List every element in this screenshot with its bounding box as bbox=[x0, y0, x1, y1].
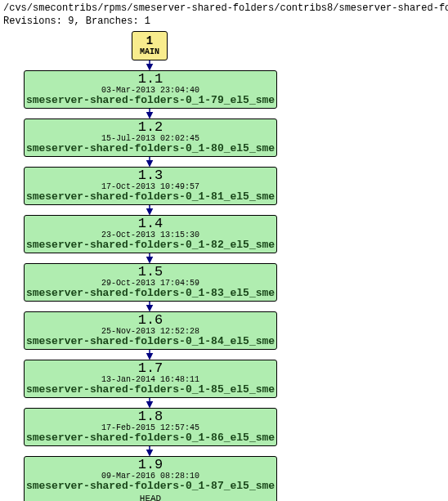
revision-node[interactable]: 1.7 13-Jan-2014 16:48:11 smeserver-share… bbox=[24, 360, 277, 398]
revision-tag: smeserver-shared-folders-0_1-85_el5_sme bbox=[26, 384, 275, 396]
revision-number: 1.7 bbox=[138, 361, 164, 375]
revision-number: 1.9 bbox=[138, 458, 164, 472]
revision-number: 1.1 bbox=[138, 72, 164, 86]
branch-root[interactable]: 1 MAIN bbox=[132, 31, 168, 60]
revisions-meta: Revisions: 9, Branches: 1 bbox=[3, 15, 448, 28]
revision-tag: smeserver-shared-folders-0_1-87_el5_sme bbox=[26, 481, 275, 493]
revision-tag: smeserver-shared-folders-0_1-83_el5_sme bbox=[26, 288, 275, 300]
revision-number: 1.6 bbox=[138, 313, 164, 327]
root-version: 1 bbox=[146, 34, 153, 47]
revision-node[interactable]: 1.8 17-Feb-2015 12:57:45 smeserver-share… bbox=[24, 408, 277, 446]
revision-node[interactable]: 1.6 25-Nov-2013 12:52:28 smeserver-share… bbox=[24, 311, 277, 350]
revision-number: 1.3 bbox=[138, 168, 164, 182]
revision-node[interactable]: 1.5 29-Oct-2013 17:04:59 smeserver-share… bbox=[24, 263, 277, 302]
revision-tag: smeserver-shared-folders-0_1-82_el5_sme bbox=[26, 239, 275, 252]
head-label: HEAD bbox=[140, 494, 161, 501]
revision-node[interactable]: 1.4 23-Oct-2013 13:15:30 smeserver-share… bbox=[24, 215, 277, 253]
repo-path: /cvs/smecontribs/rpms/smeserver-shared-f… bbox=[3, 2, 448, 15]
revision-number: 1.4 bbox=[138, 217, 164, 230]
revision-number: 1.2 bbox=[138, 120, 164, 134]
revision-node[interactable]: 1.9 09-Mar-2016 08:28:10 smeserver-share… bbox=[24, 456, 277, 501]
revision-number: 1.5 bbox=[138, 265, 164, 279]
revision-tag: smeserver-shared-folders-0_1-84_el5_sme bbox=[26, 336, 275, 348]
revision-node[interactable]: 1.1 03-Mar-2013 23:04:40 smeserver-share… bbox=[24, 70, 277, 109]
revision-tag: smeserver-shared-folders-0_1-86_el5_sme bbox=[26, 432, 275, 445]
revision-tag: smeserver-shared-folders-0_1-81_el5_sme bbox=[26, 191, 275, 204]
revision-tag: smeserver-shared-folders-0_1-80_el5_sme bbox=[26, 143, 275, 155]
revision-node[interactable]: 1.2 15-Jul-2013 02:02:45 smeserver-share… bbox=[24, 119, 277, 157]
page: /cvs/smecontribs/rpms/smeserver-shared-f… bbox=[0, 0, 448, 501]
revision-node[interactable]: 1.3 17-Oct-2013 10:49:57 smeserver-share… bbox=[24, 167, 277, 205]
revision-tag: smeserver-shared-folders-0_1-79_el5_sme bbox=[26, 95, 275, 107]
header-text: /cvs/smecontribs/rpms/smeserver-shared-f… bbox=[3, 2, 448, 28]
root-branch-label: MAIN bbox=[140, 47, 159, 57]
revision-number: 1.8 bbox=[138, 409, 164, 423]
